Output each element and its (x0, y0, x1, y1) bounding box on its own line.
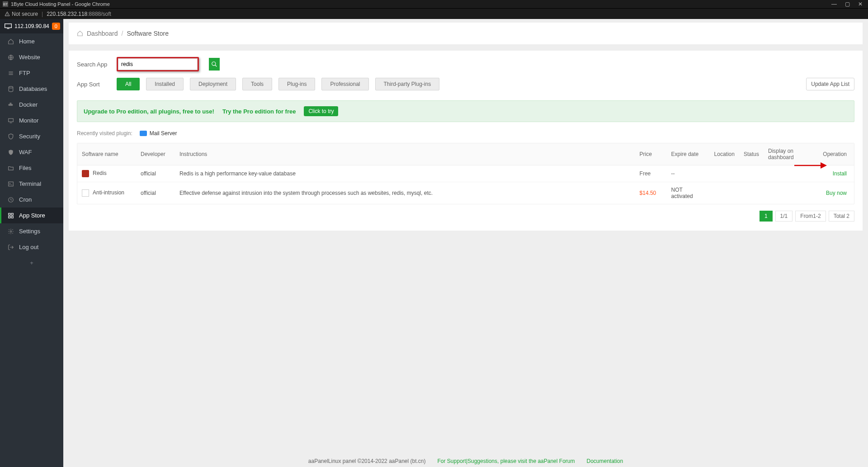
window-titlebar: BT 1Byte Cloud Hosting Panel - Google Ch… (0, 0, 868, 8)
search-button[interactable] (209, 58, 220, 71)
window-maximize-button[interactable]: ▢ (845, 1, 850, 7)
url-host: 220.158.232.118 (47, 11, 87, 17)
cell-status (739, 165, 764, 182)
sidebar-item-label: Docker (19, 101, 38, 108)
sidebar-item-label: Databases (19, 85, 47, 92)
pill-deployment[interactable]: Deployment (190, 78, 236, 90)
pill-installed[interactable]: Installed (146, 78, 184, 90)
footer-support-link[interactable]: For Support|Suggestions, please visit th… (438, 458, 575, 464)
cell-instructions: Effective defense against intrusion into… (175, 182, 635, 204)
security-label-text: Not secure (12, 11, 38, 17)
url-path: /soft (101, 11, 111, 17)
pill-professional[interactable]: Professional (321, 78, 368, 90)
terminal-icon (7, 180, 14, 188)
sidebar-item-databases[interactable]: Databases (0, 81, 63, 97)
not-secure-label[interactable]: Not secure (5, 11, 38, 17)
alert-badge[interactable]: 0 (52, 23, 60, 30)
database-icon (7, 85, 14, 93)
window-close-button[interactable]: ✕ (858, 1, 863, 7)
sidebar-item-home[interactable]: Home (0, 33, 63, 49)
sidebar-item-waf[interactable]: WAF (0, 144, 63, 160)
recent-label: Recently visited plugin: (77, 130, 132, 137)
breadcrumb: Dashboard / Software Store (69, 23, 863, 44)
sidebar-item-docker[interactable]: Docker (0, 97, 63, 113)
cell-location (710, 165, 739, 182)
footer-docs-link[interactable]: Documentation (586, 458, 623, 464)
svg-line-20 (215, 65, 217, 67)
sidebar-item-label: WAF (19, 149, 32, 156)
pill-third-party[interactable]: Third-party Plug-ins (375, 78, 440, 90)
breadcrumb-root[interactable]: Dashboard (87, 30, 118, 37)
sidebar-server-header[interactable]: 112.109.90.84 0 (0, 19, 63, 33)
url-display[interactable]: 220.158.232.118:8888/soft (47, 11, 111, 17)
cell-price: Free (635, 165, 667, 182)
sidebar-item-settings[interactable]: Settings (0, 223, 63, 239)
th-instructions: Instructions (175, 143, 635, 165)
svg-rect-16 (9, 216, 10, 218)
upgrade-banner: Upgrade to Pro edition, all plugins, fre… (77, 100, 854, 122)
page-current[interactable]: 1 (760, 211, 773, 222)
svg-point-18 (10, 231, 12, 232)
sidebar-item-security[interactable]: Security (0, 128, 63, 144)
recent-plugin-chip[interactable]: Mail Server (140, 130, 177, 137)
sidebar-item-files[interactable]: Files (0, 160, 63, 176)
search-input[interactable] (118, 58, 198, 70)
sort-label: App Sort (77, 81, 108, 88)
sidebar-item-terminal[interactable]: Terminal (0, 176, 63, 192)
footer: aaPanelLinux panel ©2014-2022 aaPanel (b… (63, 455, 868, 467)
sidebar-item-app-store[interactable]: App Store (0, 208, 63, 223)
svg-point-19 (212, 62, 216, 66)
page-total-pages: 1/1 (775, 211, 793, 222)
pill-tools[interactable]: Tools (242, 78, 272, 90)
pill-plugins[interactable]: Plug-ins (278, 78, 315, 90)
upgrade-text-1: Upgrade to Pro edition, all plugins, fre… (84, 108, 214, 115)
cell-name[interactable]: Anti-intrusion (77, 182, 136, 204)
logout-icon (7, 244, 14, 251)
sidebar-item-website[interactable]: Website (0, 49, 63, 65)
operation-link[interactable]: Buy now (826, 190, 847, 196)
svg-rect-8 (11, 104, 12, 105)
grid-icon (7, 212, 14, 219)
search-box-highlight (117, 57, 199, 71)
svg-rect-9 (10, 103, 11, 104)
monitor-icon (7, 117, 14, 124)
th-price: Price (635, 143, 667, 165)
sidebar-item-logout[interactable]: Log out (0, 239, 63, 255)
pill-all[interactable]: All (117, 78, 140, 90)
sidebar-item-label: Home (19, 38, 35, 45)
table-row: Anti-intrusionofficialEffective defense … (77, 182, 854, 204)
home-icon (77, 30, 83, 37)
operation-link[interactable]: Install (833, 170, 847, 177)
sidebar-item-cron[interactable]: Cron (0, 192, 63, 208)
software-table-wrap: Software name Developer Instructions Pri… (77, 143, 854, 204)
cell-display (764, 182, 800, 204)
th-status: Status (739, 143, 764, 165)
docker-icon (7, 101, 14, 108)
sidebar-item-label: App Store (19, 212, 45, 219)
sidebar-item-label: FTP (19, 70, 30, 76)
svg-rect-6 (9, 104, 9, 105)
sidebar-item-monitor[interactable]: Monitor (0, 113, 63, 128)
server-ip: 112.109.90.84 (14, 23, 49, 29)
folder-icon (7, 165, 14, 172)
cell-status (739, 182, 764, 204)
svg-rect-10 (9, 118, 14, 122)
update-app-list-button[interactable]: Update App List (806, 78, 854, 90)
sidebar: 112.109.90.84 0 Home Website FTP Databas… (0, 19, 63, 467)
table-row: RedisofficialRedis is a high performance… (77, 165, 854, 182)
anti-icon (82, 189, 89, 197)
click-to-try-button[interactable]: Click to try (304, 106, 338, 116)
shield-icon (7, 133, 14, 140)
cell-name[interactable]: Redis (77, 165, 136, 182)
th-developer: Developer (136, 143, 175, 165)
window-minimize-button[interactable]: — (831, 1, 837, 7)
software-store-panel: Search App App Sort All Installed Deploy… (69, 51, 863, 231)
page-range: From1-2 (795, 211, 826, 222)
sidebar-item-ftp[interactable]: FTP (0, 65, 63, 81)
th-expire: Expire date (667, 143, 710, 165)
table-header-row: Software name Developer Instructions Pri… (77, 143, 854, 165)
addr-separator: | (42, 11, 43, 17)
clock-icon (7, 196, 14, 203)
sidebar-add-button[interactable]: + (0, 255, 63, 271)
svg-rect-12 (9, 182, 14, 186)
